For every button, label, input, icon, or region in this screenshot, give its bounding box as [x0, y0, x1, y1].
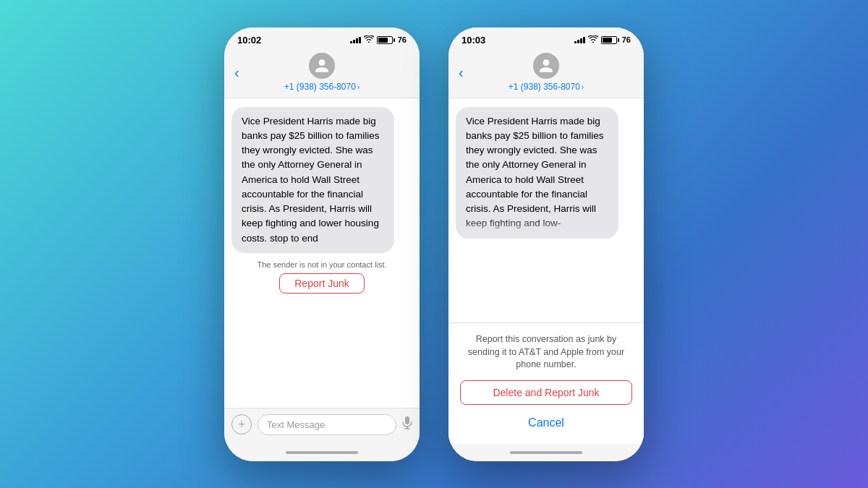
battery-icon: [377, 36, 395, 44]
status-icons-1: 76: [350, 35, 407, 44]
report-junk-row: Report Junk: [231, 273, 412, 294]
status-time-1: 10:02: [237, 35, 261, 46]
message-bubble-1: Vice President Harris made big banks pay…: [231, 107, 394, 253]
contact-number-1[interactable]: +1 (938) 356-8070›: [284, 82, 359, 92]
home-indicator-2: [448, 444, 644, 461]
contact-header-1: +1 (938) 356-8070›: [284, 53, 359, 92]
battery-percent-2: 76: [622, 35, 631, 44]
contact-chevron-2: ›: [582, 83, 584, 91]
nav-bar-2: ‹ +1 (938) 356-8070›: [448, 48, 644, 98]
svg-rect-0: [405, 416, 409, 424]
nav-bar-1: ‹ +1 (938) 356-8070›: [224, 48, 420, 98]
report-junk-button[interactable]: Report Junk: [279, 273, 364, 294]
phone-2: 10:03 76 ‹: [448, 27, 644, 461]
battery-icon-2: [601, 36, 619, 44]
status-bar-1: 10:02 76: [224, 27, 420, 48]
action-sheet-description: Report this conversation as junk by send…: [460, 333, 632, 372]
home-indicator-1: [224, 444, 420, 461]
battery-percent: 76: [398, 35, 407, 44]
text-message-input[interactable]: Text Message: [258, 414, 396, 435]
delete-and-report-button[interactable]: Delete and Report Junk: [460, 380, 632, 405]
add-button-1[interactable]: +: [231, 414, 252, 435]
signal-icon-2: [574, 36, 585, 43]
status-icons-2: 76: [574, 35, 631, 44]
avatar-1: [309, 53, 335, 79]
cancel-button[interactable]: Cancel: [460, 411, 632, 435]
back-button-2[interactable]: ‹: [459, 65, 464, 80]
avatar-2: [533, 53, 559, 79]
home-bar-2: [510, 451, 582, 454]
phone-1: 10:02 76 ‹: [224, 27, 420, 461]
contact-number-2[interactable]: +1 (938) 356-8070›: [509, 82, 584, 92]
wifi-icon: [364, 35, 374, 44]
message-bubble-2: Vice President Harris made big banks pay…: [456, 107, 618, 239]
home-bar-1: [286, 451, 358, 454]
wifi-icon-2: [588, 35, 598, 44]
messages-area-2: Vice President Harris made big banks pay…: [448, 98, 644, 444]
input-bar-1: + Text Message: [224, 408, 420, 444]
status-bar-2: 10:03 76: [448, 27, 644, 48]
contact-chevron-1: ›: [357, 83, 359, 91]
mic-button[interactable]: [402, 416, 412, 432]
back-button-1[interactable]: ‹: [234, 65, 239, 80]
action-sheet: Report this conversation as junk by send…: [448, 322, 644, 444]
status-time-2: 10:03: [461, 35, 485, 46]
sender-notice-1: The sender is not in your contact list.: [231, 260, 412, 269]
contact-header-2: +1 (938) 356-8070›: [509, 53, 584, 92]
signal-icon: [350, 36, 361, 43]
messages-area-1: Vice President Harris made big banks pay…: [224, 98, 420, 408]
